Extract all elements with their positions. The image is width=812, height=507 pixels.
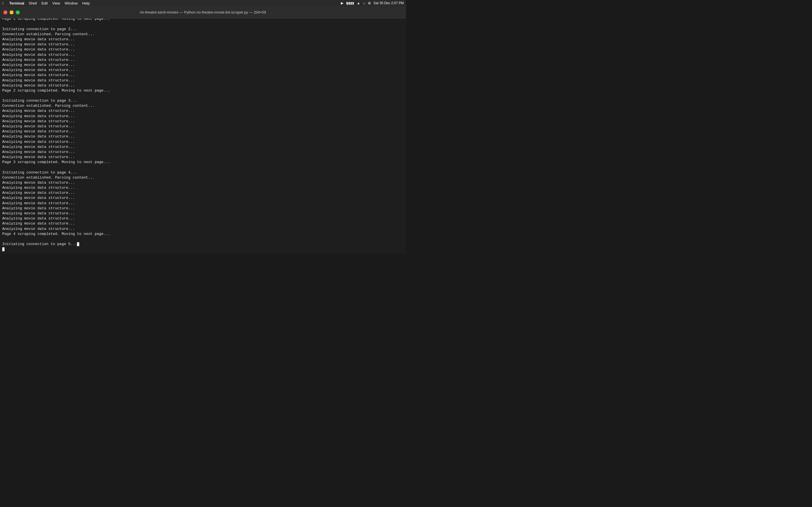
terminal-line: Analyzing movie data structure... xyxy=(2,47,404,52)
menubar-right: ▶ ▮▮▮▮ ▲ ⌕ ⊞ Sat 30 Dec 2:07 PM xyxy=(341,1,404,5)
control-center-icon[interactable]: ⊞ xyxy=(368,1,371,5)
terminal-line: Connection established. Parsing content.… xyxy=(2,175,404,180)
apple-menu[interactable]:  xyxy=(2,1,4,5)
terminal-line: Analyzing movie data structure... xyxy=(2,129,404,134)
terminal-line: Analyzing movie data structure... xyxy=(2,201,404,206)
terminal-line: Analyzing movie data structure... xyxy=(2,37,404,42)
search-icon[interactable]: ⌕ xyxy=(363,1,365,5)
terminal-line: Page 2 scraping completed. Moving to nex… xyxy=(2,88,404,93)
terminal-line: Initiating connection to page 2... xyxy=(2,27,404,32)
terminal-line: Analyzing movie data structure... xyxy=(2,114,404,119)
terminal-line: Analyzing movie data structure... xyxy=(2,139,404,145)
menu-window[interactable]: Window xyxy=(64,1,78,5)
terminal-line: Analyzing movie data structure... xyxy=(2,150,404,155)
terminal-line xyxy=(2,237,404,242)
terminal-line: Analyzing movie data structure... xyxy=(2,226,404,231)
terminal-line: Analyzing movie data structure... xyxy=(2,206,404,211)
traffic-lights xyxy=(3,10,20,14)
terminal-cursor-line xyxy=(2,247,404,252)
close-button[interactable] xyxy=(3,10,7,14)
terminal-line: Analyzing movie data structure... xyxy=(2,68,404,73)
terminal-line: Analyzing movie data structure... xyxy=(2,108,404,114)
terminal-cursor xyxy=(2,247,4,251)
terminal-line: Page 1 scraping completed. Moving to nex… xyxy=(2,18,404,22)
window-title: rio-theatre-tamil-movies — Python rio-th… xyxy=(140,10,266,14)
terminal-line: Analyzing movie data structure... xyxy=(2,221,404,226)
terminal-line: Analyzing movie data structure... xyxy=(2,195,404,201)
terminal-line: Analyzing movie data structure... xyxy=(2,78,404,83)
terminal-line: Analyzing movie data structure... xyxy=(2,42,404,47)
terminal-line: Page 3 scraping completed. Moving to nex… xyxy=(2,160,404,165)
titlebar: rio-theatre-tamil-movies — Python rio-th… xyxy=(0,6,406,18)
terminal-window: rio-theatre-tamil-movies — Python rio-th… xyxy=(0,6,406,253)
clock: Sat 30 Dec 2:07 PM xyxy=(373,1,404,5)
play-icon: ▶ xyxy=(341,1,343,5)
terminal-line: Analyzing movie data structure... xyxy=(2,62,404,68)
terminal-line: Analyzing movie data structure... xyxy=(2,73,404,78)
terminal-line xyxy=(2,165,404,170)
terminal-line: Connection established. Parsing content.… xyxy=(2,32,404,37)
menu-terminal[interactable]: Terminal xyxy=(9,1,24,5)
terminal-cursor xyxy=(77,242,79,246)
menu-shell[interactable]: Shell xyxy=(29,1,37,5)
terminal-line xyxy=(2,93,404,98)
terminal-line: Analyzing movie data structure... xyxy=(2,83,404,88)
terminal-line: Analyzing movie data structure... xyxy=(2,145,404,150)
terminal-line: Analyzing movie data structure... xyxy=(2,155,404,160)
menu-help[interactable]: Help xyxy=(82,1,90,5)
terminal-line: Initiating connection to page 4... xyxy=(2,170,404,175)
minimize-button[interactable] xyxy=(10,10,13,14)
terminal-line: Connection established. Parsing content.… xyxy=(2,103,404,108)
battery-icon: ▮▮▮▮ xyxy=(346,1,354,5)
menu-edit[interactable]: Edit xyxy=(42,1,48,5)
wifi-icon: ▲ xyxy=(357,1,360,5)
terminal-line xyxy=(2,22,404,27)
terminal-output[interactable]: rooben@roobens-MacBook-Air rio-theatre-t… xyxy=(0,18,406,253)
terminal-line: Analyzing movie data structure... xyxy=(2,119,404,124)
terminal-line: Initiating connection to page 3... xyxy=(2,98,404,103)
terminal-line: Analyzing movie data structure... xyxy=(2,185,404,190)
terminal-line: Analyzing movie data structure... xyxy=(2,211,404,216)
terminal-line: Analyzing movie data structure... xyxy=(2,180,404,185)
menubar:  Terminal Shell Edit View Window Help ▶… xyxy=(0,0,406,6)
terminal-line: Analyzing movie data structure... xyxy=(2,134,404,139)
terminal-line: Initiating connection to page 5... xyxy=(2,242,404,247)
terminal-line: Analyzing movie data structure... xyxy=(2,57,404,62)
terminal-line: Analyzing movie data structure... xyxy=(2,190,404,195)
terminal-line: Analyzing movie data structure... xyxy=(2,216,404,221)
menu-view[interactable]: View xyxy=(52,1,60,5)
terminal-line: Page 4 scraping completed. Moving to nex… xyxy=(2,231,404,237)
terminal-line: Analyzing movie data structure... xyxy=(2,124,404,129)
maximize-button[interactable] xyxy=(16,10,20,14)
terminal-line: Analyzing movie data structure... xyxy=(2,52,404,57)
